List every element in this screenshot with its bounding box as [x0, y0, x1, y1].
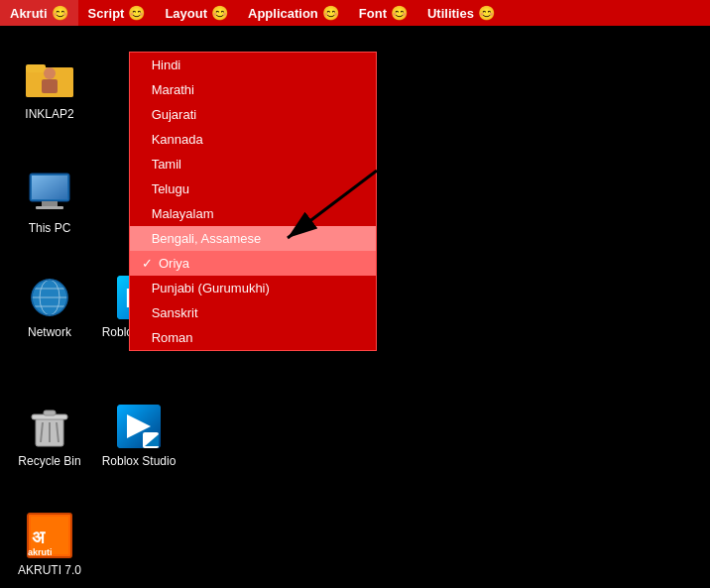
thispc-icon[interactable]: This PC	[10, 170, 89, 235]
recycle-label: Recycle Bin	[18, 454, 80, 468]
malayalam-check	[142, 206, 146, 221]
svg-text:अ: अ	[32, 528, 46, 547]
desktop: INKLAP2 This PC	[0, 26, 710, 588]
menubar: Akruti 😊 Script 😊 Layout 😊 Application 😊…	[0, 0, 710, 26]
menu-font[interactable]: Font 😊	[349, 0, 417, 26]
network-icon[interactable]: Network	[10, 274, 89, 339]
network-label: Network	[28, 325, 71, 339]
dropdown-gujarati[interactable]: Gujarati	[130, 102, 376, 127]
roblox-studio-image	[115, 403, 163, 450]
svg-rect-9	[32, 176, 67, 199]
dropdown-malayalam[interactable]: Malayalam	[130, 201, 376, 226]
menu-font-emoji: 😊	[391, 5, 408, 21]
kannada-check	[142, 132, 146, 147]
thispc-image	[26, 170, 73, 217]
marathi-check	[142, 82, 146, 97]
gujarati-check	[142, 107, 146, 122]
network-image	[26, 274, 73, 321]
language-dropdown: Hindi Marathi Gujarati Kannada Tamil Tel…	[129, 52, 377, 351]
recycle-bin-icon[interactable]: Recycle Bin	[10, 403, 89, 468]
akruti-icon[interactable]: अ akruti AKRUTI 7.0	[10, 512, 89, 577]
svg-text:akruti: akruti	[28, 547, 53, 557]
oriya-check: ✓	[142, 256, 153, 271]
menu-application-emoji: 😊	[322, 5, 339, 21]
roblox-studio-icon[interactable]: Roblox Studio	[99, 403, 178, 468]
inklap2-icon[interactable]: INKLAP2	[10, 56, 89, 121]
thispc-label: This PC	[29, 221, 71, 235]
dropdown-telugu[interactable]: Telugu	[130, 176, 376, 201]
svg-rect-8	[36, 206, 63, 209]
dropdown-sanskrit[interactable]: Sanskrit	[130, 300, 376, 325]
menu-script[interactable]: Script 😊	[78, 0, 156, 26]
menu-akruti[interactable]: Akruti 😊	[0, 0, 78, 26]
bengali-check	[142, 231, 146, 246]
dropdown-marathi[interactable]: Marathi	[130, 77, 376, 102]
roblox-studio-label: Roblox Studio	[102, 454, 177, 468]
inklap2-label: INKLAP2	[25, 107, 73, 121]
akruti-image: अ akruti	[26, 512, 73, 559]
dropdown-tamil[interactable]: Tamil	[130, 152, 376, 176]
dropdown-bengali[interactable]: Bengali, Assamese	[130, 226, 376, 251]
dropdown-roman[interactable]: Roman	[130, 325, 376, 350]
recycle-image	[26, 403, 73, 450]
dropdown-hindi[interactable]: Hindi	[130, 53, 376, 77]
svg-rect-7	[42, 201, 58, 206]
akruti-label: AKRUTI 7.0	[18, 563, 81, 577]
menu-utilities-label: Utilities	[427, 6, 474, 21]
svg-rect-18	[44, 411, 56, 415]
svg-point-3	[44, 67, 56, 79]
menu-akruti-emoji: 😊	[52, 5, 68, 21]
menu-akruti-label: Akruti	[10, 6, 48, 21]
tamil-check	[142, 157, 146, 172]
menu-utilities-emoji: 😊	[478, 5, 495, 21]
menu-layout-emoji: 😊	[211, 5, 228, 21]
menu-application-label: Application	[248, 6, 318, 21]
svg-rect-4	[42, 79, 58, 93]
punjabi-check	[142, 281, 146, 295]
dropdown-oriya[interactable]: ✓ Oriya	[130, 251, 376, 276]
dropdown-punjabi[interactable]: Punjabi (Gurumukhi)	[130, 276, 376, 300]
menu-utilities[interactable]: Utilities 😊	[417, 0, 505, 26]
menu-script-emoji: 😊	[128, 5, 145, 21]
roman-check	[142, 330, 146, 345]
menu-script-label: Script	[88, 6, 125, 21]
hindi-check	[142, 58, 146, 72]
menu-layout-label: Layout	[165, 6, 207, 21]
inklap2-image	[26, 56, 73, 103]
menu-layout[interactable]: Layout 😊	[155, 0, 238, 26]
dropdown-kannada[interactable]: Kannada	[130, 127, 376, 152]
menu-font-label: Font	[359, 6, 387, 21]
sanskrit-check	[142, 305, 146, 320]
telugu-check	[142, 181, 146, 196]
menu-application[interactable]: Application 😊	[238, 0, 349, 26]
